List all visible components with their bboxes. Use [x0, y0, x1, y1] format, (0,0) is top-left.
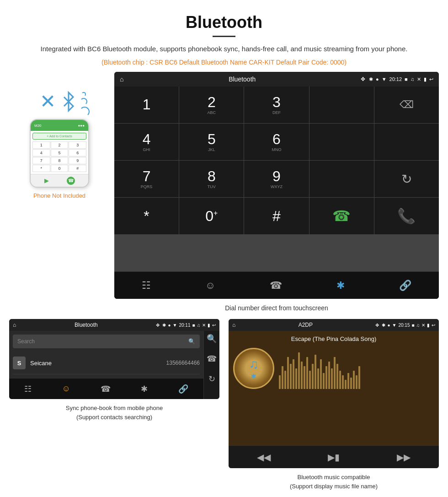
dial-key-3[interactable]: 3 DEF: [244, 86, 309, 123]
nav-contacts-icon[interactable]: ☺: [205, 280, 215, 292]
contact-avatar: S: [13, 357, 26, 369]
close-icon[interactable]: ✕: [417, 76, 421, 82]
dial-empty-3: [374, 124, 439, 160]
dial-key-2[interactable]: 2 ABC: [179, 86, 244, 123]
camera-icon[interactable]: ■: [405, 76, 408, 82]
music-album-area: ♫ ✱: [233, 348, 434, 389]
dialpad-android-screen: ⌂ Bluetooth ✥ ✱ ● ▼ 20:12 ■ ♫ ✕ ▮ ↩: [114, 72, 439, 299]
music-cam-icon[interactable]: ■: [411, 323, 414, 328]
prev-track-icon[interactable]: ◀◀: [257, 452, 271, 463]
phone-call-icon[interactable]: ☎: [67, 177, 75, 185]
pb-nav-phone-icon[interactable]: ☎: [101, 384, 111, 394]
dial-key-8[interactable]: 8 TUV: [179, 161, 244, 197]
dial-empty-2: [309, 124, 374, 160]
music-time: 20:15: [398, 323, 410, 328]
pb-screen-title: Bluetooth: [19, 322, 153, 328]
dialpad-bottom-nav: ☷ ☺ ☎ ✱ 🔗: [114, 271, 439, 299]
dial-refresh[interactable]: ↻: [374, 161, 439, 197]
dial-key-star[interactable]: *: [114, 198, 179, 234]
title-divider: [213, 36, 235, 37]
home-icon[interactable]: ⌂: [120, 76, 123, 83]
pb-usb-icon: ✥: [156, 323, 160, 328]
pb-nav-link-icon[interactable]: 🔗: [178, 384, 188, 394]
music-back-icon[interactable]: ↩: [432, 323, 435, 328]
dial-key-4[interactable]: 4 GHI: [114, 124, 179, 160]
nav-phone-icon[interactable]: ☎: [270, 280, 282, 292]
dial-call-red[interactable]: 📞: [374, 198, 439, 234]
phone-key-3[interactable]: 3: [69, 141, 86, 149]
phone-key-2[interactable]: 2: [51, 141, 69, 149]
phonebook-android-screen: ⌂ Bluetooth ✥ ✱ ● ▼ 20:11 ■ ♫ ✕ ▮ ↩: [9, 319, 219, 399]
phonebook-content-row: Search 🔍 S Seicane 13566664466 ☷: [9, 331, 219, 399]
contact-row[interactable]: S Seicane 13566664466: [13, 352, 200, 374]
play-pause-icon[interactable]: ▶▮: [328, 452, 340, 463]
pb-nav-bt-icon[interactable]: ✱: [141, 384, 148, 394]
bluetooth-status-icon: ✱: [369, 76, 373, 82]
music-close-icon[interactable]: ✕: [421, 323, 425, 328]
phone-key-5[interactable]: 5: [51, 149, 69, 157]
status-icons: ✱ ● ▼ 20:12 ■ ♫ ✕ ▮ ↩: [369, 76, 433, 82]
music-song-title: Escape (The Pina Colada Song): [291, 335, 376, 342]
pb-nav-grid-icon[interactable]: ☷: [24, 384, 32, 394]
dial-key-hash[interactable]: #: [244, 198, 309, 234]
dial-call-green[interactable]: ☎: [309, 198, 374, 234]
dial-backspace[interactable]: ⌫: [374, 86, 439, 123]
volume-icon[interactable]: ♫: [411, 76, 414, 82]
music-bt-icon: ✱: [382, 323, 385, 328]
dialpad-caption: Dial number direct from touchscreen: [114, 304, 439, 312]
pb-close-icon[interactable]: ✕: [202, 323, 206, 328]
music-sig-icon: ▼: [392, 323, 397, 328]
layout-icon[interactable]: ▮: [424, 76, 427, 82]
pb-vol-icon[interactable]: ♫: [197, 323, 201, 328]
search-icon[interactable]: 🔍: [188, 338, 195, 345]
phone-video-icon[interactable]: ▶: [44, 177, 49, 184]
pb-refresh-right-icon[interactable]: ↻: [208, 374, 215, 384]
dial-key-9[interactable]: 9 WXYZ: [244, 161, 309, 197]
dial-key-0[interactable]: 0+: [179, 198, 244, 234]
phone-key-1[interactable]: 1: [32, 141, 50, 149]
phone-dialpad: 1 2 3 4 5 6 7 8 9 * 0 #: [32, 141, 86, 172]
music-album-art: ♫ ✱: [233, 348, 274, 389]
music-status-bar: ⌂ A2DP ✥ ✱ ● ▼ 20:15 ■ ♫ ✕ ▮ ↩: [229, 319, 439, 331]
phonebook-status-bar: ⌂ Bluetooth ✥ ✱ ● ▼ 20:11 ■ ♫ ✕ ▮ ↩: [9, 319, 219, 331]
phone-section: ✕ M20 ●●● + Add t: [9, 72, 110, 199]
music-vol-icon[interactable]: ♫: [416, 323, 420, 328]
nav-link-icon[interactable]: 🔗: [399, 280, 411, 292]
next-track-icon[interactable]: ▶▶: [397, 452, 411, 463]
phone-key-hash[interactable]: #: [69, 165, 86, 172]
phone-key-9[interactable]: 9: [69, 157, 86, 164]
phone-key-7[interactable]: 7: [32, 157, 50, 164]
phone-key-0[interactable]: 0: [51, 165, 69, 172]
dial-key-6[interactable]: 6 MNO: [244, 124, 309, 160]
nav-grid-icon[interactable]: ☷: [142, 280, 151, 292]
phone-mockup: M20 ●●● + Add to Contacts 1 2 3 4 5 6 7 …: [30, 119, 89, 188]
dial-key-5[interactable]: 5 JKL: [179, 124, 244, 160]
back-icon[interactable]: ↩: [429, 76, 433, 82]
phone-key-4[interactable]: 4: [32, 149, 50, 157]
pb-call-right-icon[interactable]: ☎: [207, 354, 217, 364]
phone-carrier: M20: [34, 124, 42, 128]
music-home-icon[interactable]: ⌂: [232, 322, 235, 328]
phonebook-search-bar[interactable]: Search 🔍: [13, 335, 200, 348]
music-visualizer: [274, 348, 434, 389]
pb-search-right-icon[interactable]: 🔍: [207, 334, 217, 344]
phone-key-6[interactable]: 6: [69, 149, 86, 157]
dial-key-7[interactable]: 7 PQRS: [114, 161, 179, 197]
nav-bluetooth-icon[interactable]: ✱: [336, 280, 345, 292]
pb-home-icon[interactable]: ⌂: [13, 322, 16, 328]
pb-layout-icon[interactable]: ▮: [208, 323, 210, 328]
dialpad-screen-section: ⌂ Bluetooth ✥ ✱ ● ▼ 20:12 ■ ♫ ✕ ▮ ↩: [110, 72, 439, 319]
pb-cam-icon[interactable]: ■: [192, 323, 195, 328]
music-usb-icon: ✥: [375, 323, 379, 328]
phonebook-caption: Sync phone-book from mobile phone(Suppor…: [66, 404, 163, 421]
contact-initial: S: [17, 360, 21, 367]
phone-not-included-label: Phone Not Included: [33, 192, 85, 199]
pb-back-icon[interactable]: ↩: [212, 323, 216, 328]
refresh-icon: ↻: [401, 172, 412, 187]
phonebook-right-icons: 🔍 ☎ ↻: [203, 331, 219, 399]
music-layout-icon[interactable]: ▮: [427, 323, 430, 328]
dial-key-1[interactable]: 1: [114, 86, 179, 123]
phone-key-8[interactable]: 8: [51, 157, 69, 164]
phone-key-star[interactable]: *: [32, 165, 50, 172]
pb-nav-contacts-icon[interactable]: ☺: [62, 384, 70, 394]
